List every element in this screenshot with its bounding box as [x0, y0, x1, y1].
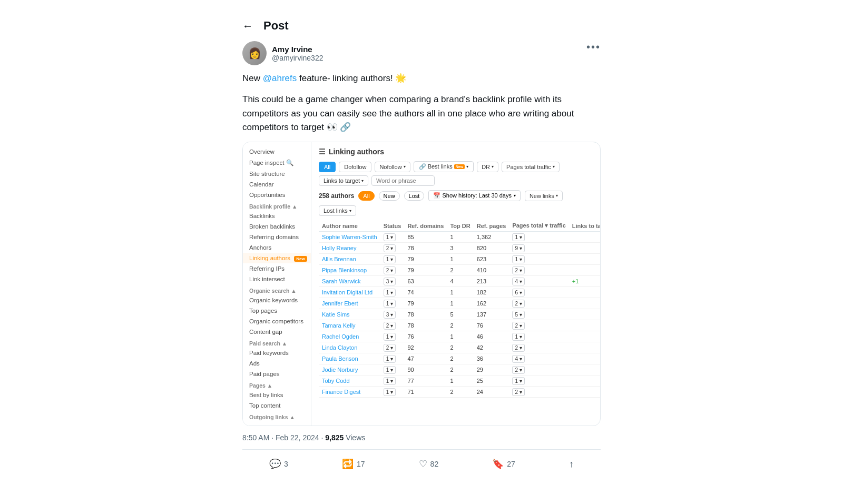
- sidebar-item-site-structure[interactable]: Site structure: [243, 169, 311, 179]
- links-target-cell[interactable]: 1 ▾: [509, 375, 568, 387]
- links-target-cell[interactable]: 2 ▾: [509, 320, 568, 331]
- status-cell[interactable]: 3 ▾: [380, 309, 405, 320]
- sidebar-section-backlink: Backlink profile ▲: [243, 200, 311, 211]
- author-name-cell[interactable]: Holly Reaney: [319, 243, 380, 254]
- links-target-cell[interactable]: 5 ▾: [509, 309, 568, 320]
- status-cell[interactable]: 1 ▾: [380, 387, 405, 398]
- sidebar-item-top-content[interactable]: Top content: [243, 400, 311, 411]
- mention-ahrefs[interactable]: @ahrefs: [263, 73, 297, 83]
- status-cell[interactable]: 1 ▾: [380, 232, 405, 243]
- status-cell[interactable]: 1 ▾: [380, 287, 405, 298]
- filter-links-target[interactable]: Links to target ▾: [319, 175, 368, 186]
- author-name-cell[interactable]: Allis Brennan: [319, 254, 380, 265]
- status-cell[interactable]: 2 ▾: [380, 265, 405, 276]
- author-name-cell[interactable]: Paula Benson: [319, 353, 380, 364]
- table-row: Invitation Digital Ltd 1 ▾ 74 1 182 6 ▾: [319, 287, 600, 298]
- tab-all[interactable]: All: [358, 191, 374, 201]
- sidebar-item-organic-keywords[interactable]: Organic keywords: [243, 295, 311, 305]
- tweet-text: New @ahrefs feature- linking authors! 🌟: [242, 72, 601, 85]
- sidebar-item-page-inspect[interactable]: Page inspect 🔍: [243, 157, 311, 169]
- status-cell[interactable]: 2 ▾: [380, 342, 405, 353]
- author-name-cell[interactable]: Pippa Blenkinsop: [319, 265, 380, 276]
- sidebar-item-paid-pages[interactable]: Paid pages: [243, 369, 311, 379]
- lost-links-btn[interactable]: Lost links ▾: [319, 205, 356, 216]
- like-action[interactable]: ♡ 82: [419, 458, 439, 470]
- links-target-cell[interactable]: 1 ▾: [509, 232, 568, 243]
- back-button[interactable]: ←: [242, 20, 253, 32]
- author-name-cell[interactable]: Linda Clayton: [319, 342, 380, 353]
- new-links-cell: [569, 309, 600, 320]
- links-target-cell[interactable]: 1 ▾: [509, 331, 568, 342]
- table-row: Sophie Warren-Smith 1 ▾ 85 1 1,362 1 ▾: [319, 232, 600, 243]
- author-name-cell[interactable]: Invitation Digital Ltd: [319, 287, 380, 298]
- sidebar-item-referring-domains[interactable]: Referring domains: [243, 232, 311, 242]
- sidebar-item-best-by-links[interactable]: Best by links: [243, 390, 311, 400]
- status-cell[interactable]: 2 ▾: [380, 243, 405, 254]
- links-target-cell[interactable]: 9 ▾: [509, 243, 568, 254]
- status-cell[interactable]: 2 ▾: [380, 320, 405, 331]
- filter-pages-traffic[interactable]: Pages total traffic ▾: [502, 162, 560, 172]
- sidebar-item-linking-authors[interactable]: Linking authors New: [243, 253, 311, 263]
- sidebar-item-overview[interactable]: Overview: [243, 146, 311, 157]
- new-links-btn[interactable]: New links ▾: [525, 191, 563, 201]
- status-cell[interactable]: 1 ▾: [380, 331, 405, 342]
- more-button[interactable]: •••: [586, 41, 601, 53]
- links-target-cell[interactable]: 2 ▾: [509, 364, 568, 375]
- author-name-cell[interactable]: Rachel Ogden: [319, 331, 380, 342]
- sidebar-item-paid-keywords[interactable]: Paid keywords: [243, 348, 311, 358]
- bookmark-action[interactable]: 🔖 27: [492, 458, 515, 470]
- sidebar-item-ads[interactable]: Ads: [243, 358, 311, 369]
- sidebar-item-top-pages[interactable]: Top pages: [243, 305, 311, 316]
- sidebar-item-anchors[interactable]: Anchors: [243, 242, 311, 253]
- links-target-cell[interactable]: 2 ▾: [509, 387, 568, 398]
- sidebar-item-opportunities[interactable]: Opportunities: [243, 190, 311, 200]
- sidebar-item-broken-backlinks[interactable]: Broken backlinks: [243, 221, 311, 232]
- filter-all[interactable]: All: [319, 162, 336, 172]
- history-button[interactable]: 📅 Show history: Last 30 days ▾: [428, 190, 521, 201]
- avatar[interactable]: 👩: [242, 41, 267, 65]
- status-cell[interactable]: 1 ▾: [380, 353, 405, 364]
- sidebar-item-referring-ips[interactable]: Referring IPs: [243, 263, 311, 274]
- status-cell[interactable]: 3 ▾: [380, 276, 405, 287]
- author-name-cell[interactable]: Toby Codd: [319, 375, 380, 387]
- author-name-cell[interactable]: Sarah Warwick: [319, 276, 380, 287]
- author-name-cell[interactable]: Katie Sims: [319, 309, 380, 320]
- top-dr-cell: 3: [447, 243, 473, 254]
- status-cell[interactable]: 1 ▾: [380, 298, 405, 309]
- links-target-cell[interactable]: 2 ▾: [509, 342, 568, 353]
- links-target-cell[interactable]: 4 ▾: [509, 276, 568, 287]
- tab-lost[interactable]: Lost: [404, 191, 425, 201]
- links-target-cell[interactable]: 1 ▾: [509, 254, 568, 265]
- author-name-cell[interactable]: Tamara Kelly: [319, 320, 380, 331]
- retweet-action[interactable]: 🔁 17: [342, 458, 365, 470]
- filter-nofollow[interactable]: Nofollow ▾: [375, 162, 410, 172]
- sidebar-item-link-intersect[interactable]: Link intersect: [243, 274, 311, 284]
- ref-domains-cell: 85: [404, 232, 447, 243]
- status-cell[interactable]: 1 ▾: [380, 375, 405, 387]
- reply-action[interactable]: 💬 3: [269, 458, 288, 470]
- filter-best-links[interactable]: 🔗 Best links New ▾: [414, 161, 474, 172]
- status-cell[interactable]: 1 ▾: [380, 254, 405, 265]
- share-icon: ↑: [569, 459, 574, 470]
- author-name-cell[interactable]: Sophie Warren-Smith: [319, 232, 380, 243]
- ref-domains-cell: 76: [404, 331, 447, 342]
- filter-dofollow[interactable]: Dofollow: [339, 162, 371, 172]
- tab-new[interactable]: New: [379, 191, 400, 201]
- author-name-cell[interactable]: Finance Digest: [319, 387, 380, 398]
- links-target-cell[interactable]: 2 ▾: [509, 265, 568, 276]
- author-handle[interactable]: @amyirvine322: [272, 54, 323, 62]
- links-target-cell[interactable]: 6 ▾: [509, 287, 568, 298]
- author-name-cell[interactable]: Jodie Norbury: [319, 364, 380, 375]
- author-name-cell[interactable]: Jennifer Ebert: [319, 298, 380, 309]
- filter-dr[interactable]: DR ▾: [477, 162, 498, 172]
- sidebar-item-organic-competitors[interactable]: Organic competitors: [243, 316, 311, 327]
- links-target-cell[interactable]: 2 ▾: [509, 298, 568, 309]
- sidebar-item-backlinks[interactable]: Backlinks: [243, 211, 311, 221]
- share-action[interactable]: ↑: [569, 459, 574, 470]
- author-name[interactable]: Amy Irvine: [272, 45, 323, 54]
- status-cell[interactable]: 1 ▾: [380, 364, 405, 375]
- sidebar-item-content-gap[interactable]: Content gap: [243, 327, 311, 337]
- search-input[interactable]: [371, 175, 435, 186]
- sidebar-item-calendar[interactable]: Calendar: [243, 179, 311, 190]
- links-target-cell[interactable]: 4 ▾: [509, 353, 568, 364]
